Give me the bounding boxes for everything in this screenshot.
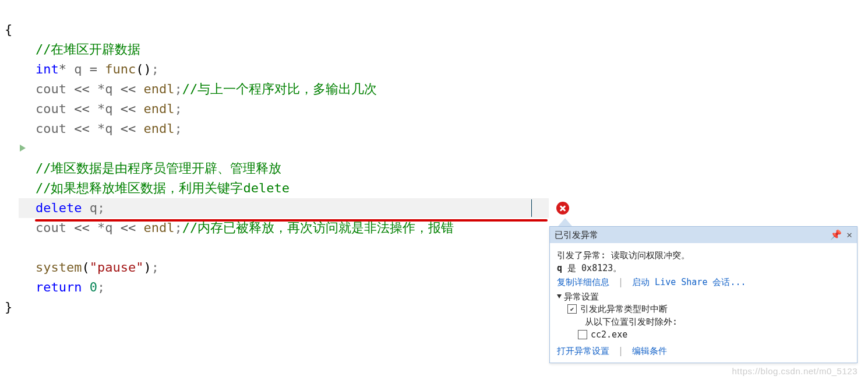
- exception-popup: 已引发异常 📌 ✕ 引发了异常: 读取访问权限冲突。 q 是 0x8123。 复…: [549, 226, 858, 363]
- paren-open: (: [82, 260, 89, 275]
- op: <<: [74, 220, 90, 235]
- deref: *q: [97, 82, 113, 96]
- brace-open: {: [5, 22, 12, 37]
- text-caret: [531, 199, 532, 217]
- semi: ;: [174, 121, 182, 136]
- checkbox-label: 引发此异常类型时中断: [580, 303, 668, 315]
- zero: 0: [90, 280, 97, 294]
- live-share-link[interactable]: 启动 Live Share 会话...: [632, 277, 746, 287]
- semi: ;: [174, 101, 182, 116]
- kw-delete: delete: [36, 201, 82, 215]
- exclude-item-row[interactable]: cc2.exe: [578, 328, 850, 341]
- collapse-toggle-icon[interactable]: [557, 294, 562, 298]
- popup-title-bar[interactable]: 已引发异常 📌 ✕: [550, 227, 857, 243]
- separator: |: [618, 277, 623, 287]
- semi: ;: [174, 220, 182, 235]
- copy-details-link[interactable]: 复制详细信息: [557, 277, 609, 287]
- error-icon[interactable]: [556, 202, 569, 215]
- endl: endl: [143, 82, 174, 96]
- comment: //与上一个程序对比，多输出几次: [182, 82, 377, 96]
- deref: *q: [97, 101, 113, 116]
- comment: //内存已被释放，再次访问就是非法操作，报错: [182, 220, 454, 235]
- semi: ;: [151, 260, 159, 275]
- op: <<: [74, 121, 90, 136]
- semi: ;: [174, 82, 182, 96]
- exception-message-1: 引发了异常: 读取访问权限冲突。: [557, 249, 850, 262]
- checkbox-exclude-cc2[interactable]: [578, 330, 587, 339]
- checkbox-break-on-exception[interactable]: [567, 304, 577, 314]
- cout: cout: [36, 121, 66, 136]
- separator: |: [618, 346, 623, 356]
- exception-settings-header[interactable]: 异常设置: [557, 291, 850, 303]
- op: <<: [121, 220, 136, 235]
- eq: =: [90, 62, 97, 76]
- op: <<: [74, 82, 90, 96]
- cout: cout: [36, 82, 66, 96]
- popup-title: 已引发异常: [555, 230, 825, 241]
- open-exception-settings-link[interactable]: 打开异常设置: [557, 346, 609, 356]
- exclude-label: 从以下位置引发时除外:: [585, 315, 850, 328]
- comment: //在堆区开辟数据: [36, 42, 141, 57]
- var-q: q: [90, 201, 97, 215]
- endl: endl: [143, 220, 174, 235]
- comment: //如果想释放堆区数据，利用关键字delete: [36, 181, 290, 195]
- code-area[interactable]: { //在堆区开辟数据 int* q = func(); cout << *q …: [5, 0, 454, 317]
- func-call: func: [105, 62, 136, 76]
- paren-close: ): [143, 260, 151, 275]
- kw-int: int: [36, 62, 59, 76]
- semi: ;: [97, 280, 105, 294]
- break-on-exception-row[interactable]: 引发此异常类型时中断: [567, 303, 850, 315]
- system-call: system: [36, 260, 82, 275]
- endl: endl: [143, 101, 174, 116]
- var-q: q: [74, 62, 82, 76]
- checkbox-label: cc2.exe: [591, 328, 627, 341]
- star: *: [59, 62, 66, 76]
- paren: (): [136, 62, 151, 76]
- popup-pointer: [558, 218, 572, 226]
- op: <<: [121, 82, 136, 96]
- error-underline: [35, 219, 548, 222]
- kw-return: return: [36, 280, 82, 294]
- edit-conditions-link[interactable]: 编辑条件: [632, 346, 667, 356]
- watermark: https://blog.csdn.net/m0_5123: [732, 366, 858, 376]
- exception-message-2: q 是 0x8123。: [557, 262, 850, 275]
- cout: cout: [36, 220, 66, 235]
- string-pause: "pause": [90, 260, 144, 275]
- cout: cout: [36, 101, 66, 116]
- close-icon[interactable]: ✕: [846, 230, 852, 240]
- op: <<: [121, 121, 136, 136]
- semi: ;: [151, 62, 159, 76]
- deref: *q: [97, 220, 113, 235]
- pin-icon[interactable]: 📌: [830, 230, 842, 240]
- op: <<: [121, 101, 136, 116]
- endl: endl: [143, 121, 174, 136]
- semi: ;: [97, 201, 105, 215]
- deref: *q: [97, 121, 113, 136]
- comment: //堆区数据是由程序员管理开辟、管理释放: [36, 161, 282, 175]
- brace-close: }: [5, 300, 12, 314]
- op: <<: [74, 101, 90, 116]
